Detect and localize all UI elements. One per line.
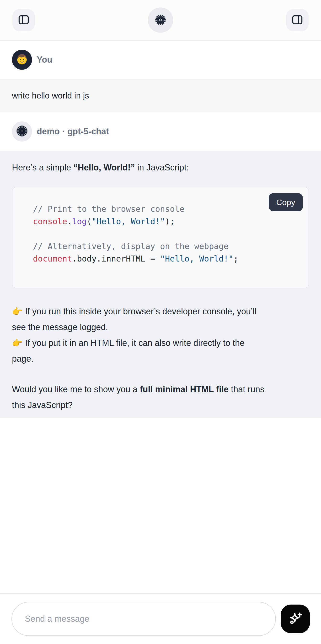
sidebar-toggle-button[interactable] — [12, 9, 35, 31]
right-panel-toggle-button[interactable] — [286, 9, 309, 31]
send-button[interactable] — [281, 604, 310, 633]
user-message-text: write hello world in js — [12, 91, 89, 100]
assistant-message-header: demo · gpt-5-chat — [0, 112, 321, 150]
copy-button[interactable]: Copy — [269, 193, 303, 211]
starburst-icon — [154, 13, 167, 27]
person-emoji-icon — [15, 52, 29, 67]
panel-right-icon — [291, 14, 304, 27]
message-input[interactable] — [11, 602, 276, 636]
starburst-icon — [15, 124, 29, 139]
empty-scroll-area — [0, 418, 321, 593]
sparkle-plus-icon — [288, 611, 303, 627]
assistant-message-body: Here’s a simple “Hello, World!” in JavaS… — [0, 150, 321, 418]
user-sender-label: You — [37, 55, 52, 65]
chat-app: You write hello world in js — [0, 0, 321, 644]
assistant-question-text: Would you like me to show you a full min… — [12, 382, 309, 413]
assistant-avatar — [12, 122, 32, 142]
composer — [0, 593, 321, 644]
model-avatar-button[interactable] — [148, 8, 173, 33]
code-content: // Print to the browser console console.… — [12, 188, 309, 288]
top-bar — [0, 0, 321, 41]
assistant-sender-label: demo · gpt-5-chat — [37, 126, 109, 136]
user-message-header: You — [0, 41, 321, 79]
assistant-notes-text: 👉 If you run this inside your browser’s … — [12, 304, 309, 367]
assistant-intro-text: Here’s a simple “Hello, World!” in JavaS… — [12, 160, 309, 176]
panel-left-icon — [17, 14, 30, 27]
code-block: Copy // Print to the browser console con… — [12, 187, 309, 288]
user-avatar — [12, 50, 32, 70]
user-message-bubble: write hello world in js — [0, 79, 321, 112]
